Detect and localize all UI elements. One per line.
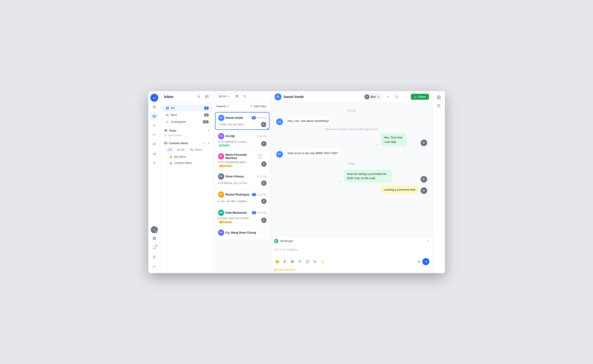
nav-bookmark-icon[interactable]	[150, 235, 158, 243]
conv-item-6[interactable]: KM Kate Mackenzie 2 8:30 PM ● Great. How…	[215, 207, 269, 226]
nav-reports-icon[interactable]	[150, 150, 158, 157]
nav-help-icon[interactable]	[150, 253, 158, 261]
right-contact-icon[interactable]	[435, 94, 442, 101]
add-comment-icon	[274, 268, 277, 271]
sidebar-item-mine[interactable]: Mine 9	[162, 112, 212, 118]
nav-notification-icon[interactable]	[150, 244, 158, 252]
nav-check-icon[interactable]	[150, 94, 158, 102]
conv-list-search-icon[interactable]	[242, 93, 248, 99]
image-button[interactable]	[289, 258, 296, 265]
chat-search-icon[interactable]	[393, 93, 400, 100]
msg-1-bubble: Hey, can i ask about something?	[285, 117, 333, 125]
conv-item-3-avatar: MF	[218, 153, 224, 159]
nav-settings-icon[interactable]	[150, 159, 158, 167]
add-filter-icon	[250, 105, 253, 108]
conv-item-1[interactable]: DS Daniel Smith 9 8:30 PM ● Hello, are y…	[215, 112, 269, 130]
custom-inbox-icon	[164, 142, 167, 145]
send-button[interactable]	[422, 258, 429, 265]
svg-point-25	[236, 95, 237, 96]
input-send-area	[417, 258, 429, 265]
whatsapp-icon: W	[274, 239, 279, 243]
nav-inbox-icon[interactable]	[150, 112, 158, 120]
sidebar-sub-custom-inbox[interactable]: 🔒 Custom Inbox	[164, 160, 211, 166]
conv-item-5[interactable]: RR Rachel Rodriquez 2 8:30 PM ● Yes, we …	[215, 189, 269, 206]
add-filter-button[interactable]: Add Filter	[248, 104, 268, 109]
sidebar-compose-icon[interactable]	[204, 94, 210, 100]
emoji-button[interactable]: 😊	[274, 258, 281, 265]
svg-point-12	[154, 258, 154, 258]
custom-inbox-header: Custom Inbox +	[162, 140, 212, 146]
msg-4-avatar: DS	[276, 151, 283, 158]
channel-left: W Whatsapp	[274, 239, 293, 243]
chat-header: DS Daniel Smith B Ben ··· Close	[271, 91, 433, 103]
nav-double-check-icon[interactable]	[150, 262, 158, 270]
sidebar-sub-my-inbox[interactable]: 🔒 My Inbox	[164, 154, 211, 160]
right-clock-icon[interactable]	[435, 102, 442, 109]
conv-item-5-msg: ● Yes, we offer a Beginn...	[218, 200, 261, 203]
svg-point-29	[396, 96, 397, 98]
nav-contact-icon[interactable]	[150, 122, 158, 130]
ci-tab-by-me[interactable]: By Me	[175, 147, 187, 152]
chat-contact-name: Daniel Smith	[284, 95, 304, 99]
sidebar-item-all[interactable]: All 9	[162, 105, 212, 111]
svg-rect-7	[153, 154, 154, 155]
svg-rect-15	[166, 107, 167, 108]
conversation-list: All Newest Add Filter	[214, 91, 271, 273]
message-input[interactable]: Try "/" for Snippets	[271, 246, 433, 257]
unassigned-icon	[166, 120, 169, 124]
assign-button[interactable]: B Ben	[362, 93, 382, 100]
note-button[interactable]	[304, 258, 311, 265]
conv-item-4-agent: B	[261, 181, 267, 186]
add-comment-button[interactable]: Add Comment	[271, 267, 433, 273]
chat-header-left: DS Daniel Smith	[274, 93, 304, 100]
custom-inbox-chevron-icon[interactable]	[207, 142, 210, 145]
custom-inbox-actions: +	[202, 141, 210, 145]
conv-item-3[interactable]: MF María Fernanda Martínez 8:30 PM ● I'm…	[215, 151, 269, 170]
msg-5-bubble: Now we having a promotion for 202K only …	[344, 170, 392, 183]
team-section-header[interactable]: Team	[164, 129, 210, 132]
custom-inbox-tabs: All By Me By Others	[162, 146, 212, 154]
snippet-button[interactable]	[297, 258, 303, 265]
svg-point-20	[167, 121, 168, 122]
conv-list-toolbar: Newest Add Filter	[214, 102, 271, 111]
conv-item-4-name: OK Omar Khoury	[218, 173, 244, 180]
channel-chevron-icon[interactable]	[426, 240, 429, 243]
chat-main: DS Daniel Smith B Ben ··· Close	[271, 91, 433, 273]
ci-tab-all[interactable]: All	[166, 147, 174, 152]
chat-bolt-icon[interactable]	[384, 93, 391, 100]
conv-list-agents-icon[interactable]	[234, 93, 240, 99]
conv-item-4[interactable]: OK Omar Khoury 8:30 PM ● Hi Rachel, yes,…	[215, 171, 269, 188]
channel-name: Whatsapp	[280, 239, 293, 243]
custom-inbox-add-btn[interactable]: +	[202, 141, 207, 145]
phone-button[interactable]	[312, 258, 318, 265]
conv-list-header: All	[214, 91, 271, 102]
msg-3-avatar: B	[420, 140, 427, 146]
ci-tab-by-others[interactable]: By Others	[188, 147, 205, 152]
conv-item-2-time: 8:30 PM	[257, 135, 267, 137]
icon-bar: U	[148, 91, 161, 273]
conv-item-2-agent: B	[261, 141, 267, 146]
sidebar-item-unassigned[interactable]: Unassigned 17	[162, 118, 212, 125]
nav-team-icon[interactable]	[150, 140, 158, 148]
conv-item-2-name: CH Củ Hội	[218, 133, 235, 139]
attach-button[interactable]	[281, 258, 288, 265]
msg-3-bubble: Hey, Sure how i can help	[381, 133, 407, 146]
conv-item-5-name: RR Rachel Rodriquez	[218, 191, 250, 198]
custom-inbox-title: Custom Inbox	[164, 142, 188, 145]
sidebar-all-badge: 9	[204, 107, 208, 110]
nav-campaign-icon[interactable]	[150, 131, 158, 139]
close-button[interactable]: Close	[411, 94, 429, 100]
conv-item-7[interactable]: CH Cụ. Hàng Doan Chung	[215, 227, 269, 239]
user-avatar[interactable]: U	[151, 226, 158, 233]
conv-item-5-avatar: RR	[218, 191, 224, 198]
pin-button[interactable]	[417, 260, 420, 263]
chat-more-icon[interactable]: ···	[402, 93, 409, 100]
conv-item-2[interactable]: CH Củ Hội 8:30 PM ● I'm looking for a co…	[215, 131, 269, 150]
conv-item-7-avatar: CH	[218, 229, 224, 236]
magic-button[interactable]: ✨	[319, 258, 326, 265]
nav-grid-icon[interactable]	[150, 103, 158, 111]
sort-button[interactable]: Newest	[216, 104, 230, 108]
sidebar-search-icon[interactable]	[196, 94, 202, 100]
conv-filter-select[interactable]: All	[216, 93, 232, 99]
sidebar-header-icons	[196, 94, 210, 100]
